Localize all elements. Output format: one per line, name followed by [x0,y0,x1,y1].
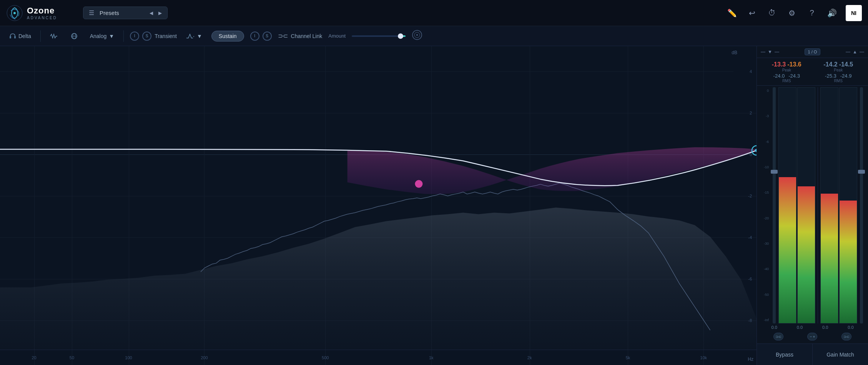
right-meter-bar-2 [839,87,857,324]
analog-dropdown[interactable]: Analog ▼ [87,32,117,41]
db-0: 0 [759,89,770,93]
pencil-icon[interactable]: ✏️ [726,7,738,19]
left-peak-val-1: -13.3 [772,61,786,68]
transient-solo-btn[interactable]: S [142,32,151,41]
right-fader-thumb-1[interactable] [858,170,865,174]
left-link-btn[interactable]: ⊃⊂ [773,333,783,340]
left-fader-thumb-1[interactable] [771,170,778,174]
headphone-icon [9,33,16,40]
settings-icon[interactable]: ⚙ [786,7,798,19]
output-circle-icon [412,30,422,40]
left-peak-val-2: -13.6 [787,61,801,68]
left-rms-val-2: -24.3 [788,73,800,79]
right-fader-track-1[interactable] [860,87,863,324]
bypass-button[interactable]: Bypass [757,344,813,365]
svg-rect-3 [14,36,16,38]
sustain-mode-group: I S [250,32,272,41]
left-peak-rms: -13.3 -13.6 Peak -24.0 -24.3 RMS [761,60,813,83]
left-meter-bar-2 [797,87,815,324]
delta-button[interactable]: Delta [6,31,34,41]
speaker-icon[interactable]: 🔊 [826,7,838,19]
meter-separator [818,87,818,324]
svg-rect-2 [10,36,11,38]
amount-slider[interactable] [352,35,406,37]
right-meters-group [820,87,866,324]
db-neg3: -3 [759,114,770,118]
hz-label-200: 200 [201,355,208,360]
sustain-solo-btn[interactable]: S [263,32,272,41]
presets-area[interactable]: ☰ Presets ◀ ▶ [83,7,168,19]
eq-area[interactable]: 4 2 0 -2 -4 -6 -8 dB [0,46,757,365]
analog-label: Analog [90,33,107,39]
separator-1 [40,30,41,42]
db-neg15: -15 [759,191,770,194]
globe-icon [71,33,78,40]
db-neg30: -30 [759,242,770,246]
peak-text-right: Peak [813,68,865,72]
hz-unit-label: Hz [748,357,753,362]
amount-label: Amount [328,33,346,39]
rms-text-left: RMS [761,79,813,83]
meter-down-icon[interactable]: ▼ [768,49,772,55]
sustain-button[interactable]: Sustain [211,31,244,41]
hz-label-100: 100 [125,355,132,360]
left-rms-val-1: -24.0 [773,73,785,79]
right-fader-1[interactable] [858,87,865,324]
right-peak-val-1: -14.2 [823,61,837,68]
eq-shape-icon [186,33,195,40]
amount-slider-thumb[interactable] [398,33,403,39]
fader-val-left-1: 0.0 [762,325,787,330]
right-link-btn[interactable]: − + [807,333,817,340]
sustain-power-btn[interactable]: I [250,32,259,41]
right-peak-val-2: -14.5 [839,61,853,68]
hz-label-500: 500 [322,355,329,360]
presets-next-arrow[interactable]: ▶ [158,10,162,16]
left-fader-1[interactable] [771,87,778,324]
waveform-button[interactable] [47,31,62,41]
hz-axis: 20 50 100 200 500 1k 2k 5k 10k Hz [0,350,757,365]
plus-minus-icon: − [810,335,812,339]
right-meter-fill-2 [840,201,857,323]
globe-button[interactable] [68,31,81,41]
help-icon[interactable]: ? [806,7,818,19]
analog-chevron-icon: ▼ [109,33,114,39]
meters-faders-area: 0 -3 -6 -10 -15 -20 -30 -40 -50 -Inf [757,86,868,343]
channel-link-icon: ⊃⊂ [278,32,288,40]
svg-point-1 [13,12,16,14]
hz-label-10k: 10k [700,355,707,360]
right-rms-values: -25.3 -24.9 [813,73,865,79]
gain-match-button[interactable]: Gain Match [813,344,868,365]
right-peak-rms: -14.2 -14.5 Peak -25.3 -24.9 RMS [813,60,865,83]
link-buttons-row: ⊃⊂ − + ⊃⊂ [759,331,866,342]
eq-shape-btn[interactable]: ▼ [183,31,205,41]
top-bar: Ozone ADVANCED ☰ Presets ◀ ▶ ✏️ ↩ ⏱ ⚙ ? … [0,0,868,26]
eq-node-pink[interactable] [415,180,422,187]
bottom-buttons: Bypass Gain Match [757,343,868,365]
channel-link-area[interactable]: ⊃⊂ Channel Link [278,32,323,40]
io-badge[interactable]: 1 / O [805,48,821,55]
logo-text: Ozone ADVANCED [27,6,57,20]
peak-rms-row: -13.3 -13.6 Peak -24.0 -24.3 RMS -14.2 -… [757,58,868,86]
left-meters-group [770,87,816,324]
output-icon[interactable] [412,30,422,43]
meter-bars-section: 0 -3 -6 -10 -15 -20 -30 -40 -50 -Inf [759,87,866,324]
hz-label-50: 50 [70,355,74,360]
main-content: 4 2 0 -2 -4 -6 -8 dB [0,46,868,365]
transient-label: Transient [155,33,177,39]
delta-label: Delta [18,33,31,39]
right-rms-val-2: -24.9 [840,73,852,79]
db-neg50: -50 [759,293,770,297]
separator-2 [123,30,124,42]
meter-up-icon[interactable]: ▲ [853,49,857,55]
right-link-btn-2[interactable]: ⊃⊂ [841,333,851,340]
logo-area: Ozone ADVANCED [6,5,68,22]
presets-prev-arrow[interactable]: ◀ [150,10,153,16]
history-icon[interactable]: ⏱ [766,7,778,19]
hz-label-1k: 1k [429,355,434,360]
left-fader-track-1[interactable] [773,87,776,324]
channel-link-label: Channel Link [291,33,323,39]
db-neg10: -10 [759,165,770,169]
transient-power-btn[interactable]: I [130,32,139,41]
undo-icon[interactable]: ↩ [746,7,758,19]
right-meter-fill-1 [821,194,838,323]
